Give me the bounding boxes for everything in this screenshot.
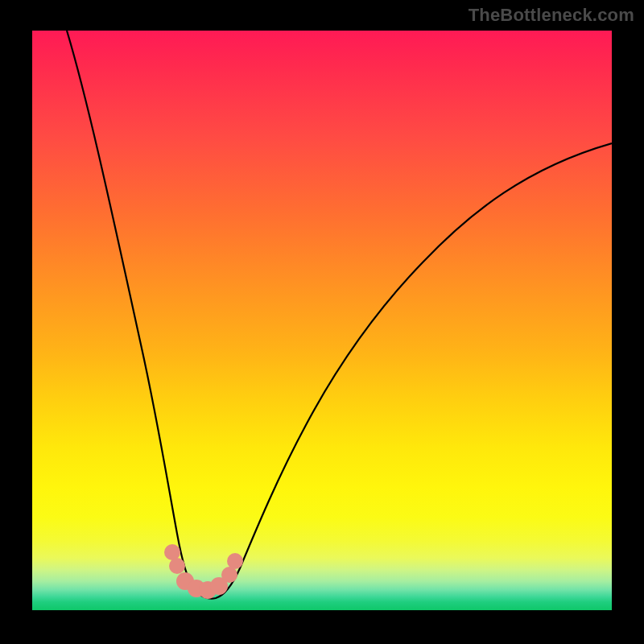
chart-container: TheBottleneck.com (0, 0, 644, 644)
marker-dot (227, 553, 243, 569)
bottleneck-curve (67, 31, 612, 598)
plot-area (32, 31, 612, 610)
marker-dot (169, 558, 185, 574)
watermark-text: TheBottleneck.com (469, 5, 634, 26)
marker-group (164, 544, 243, 599)
marker-dot (164, 544, 180, 560)
chart-svg (32, 31, 612, 610)
